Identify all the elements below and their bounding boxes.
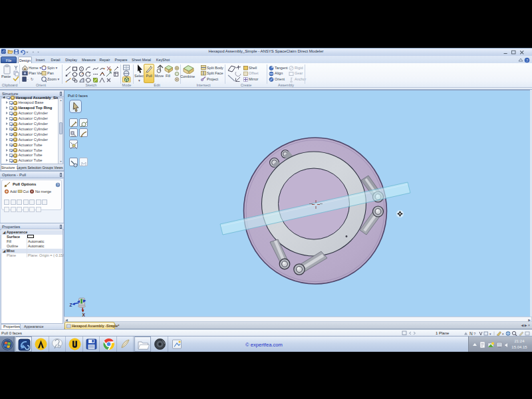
svg-text:Z: Z <box>70 303 72 307</box>
svg-text:?: ? <box>526 59 528 63</box>
svg-text:?: ? <box>57 183 59 187</box>
svg-text:?: ? <box>473 332 476 336</box>
svg-text:▾: ▾ <box>489 332 491 336</box>
svg-text:▾: ▾ <box>502 332 504 336</box>
svg-text:N: N <box>469 331 473 336</box>
